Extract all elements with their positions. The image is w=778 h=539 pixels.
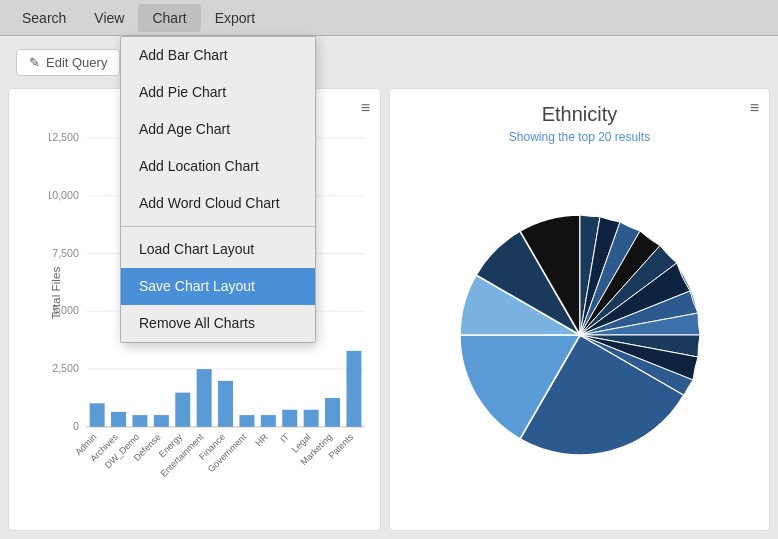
- bar-defense: [154, 415, 169, 427]
- menu-load-chart-layout[interactable]: Load Chart Layout: [121, 231, 315, 268]
- bar-dw-demo: [132, 415, 147, 427]
- bar-legal: [304, 410, 319, 427]
- svg-text:IT: IT: [278, 432, 291, 445]
- menu-add-age-chart[interactable]: Add Age Chart: [121, 111, 315, 148]
- svg-text:0: 0: [73, 420, 79, 432]
- dropdown-divider: [121, 226, 315, 227]
- content-area: ✎ Edit Query ≡ 12,500 10,000 7,500 5,000…: [0, 36, 778, 539]
- bar-patents: [346, 351, 361, 427]
- menu-export[interactable]: Export: [201, 4, 269, 32]
- chart-dropdown-menu: Add Bar Chart Add Pie Chart Add Age Char…: [120, 36, 316, 343]
- bar-it: [282, 410, 297, 427]
- pie-chart-panel: ≡ Ethnicity Showing the top 20 results: [389, 88, 770, 531]
- svg-text:Total Files: Total Files: [49, 267, 62, 320]
- bar-marketing: [325, 398, 340, 427]
- bar-chart-menu-icon[interactable]: ≡: [361, 99, 370, 117]
- menu-chart[interactable]: Chart: [138, 4, 200, 32]
- svg-text:2,500: 2,500: [52, 362, 79, 374]
- menu-add-location-chart[interactable]: Add Location Chart: [121, 148, 315, 185]
- edit-icon: ✎: [29, 55, 40, 70]
- pie-chart-subtitle: Showing the top 20 results: [509, 130, 650, 144]
- svg-text:10,000: 10,000: [49, 189, 79, 201]
- svg-text:12,500: 12,500: [49, 131, 79, 143]
- bar-energy: [175, 393, 190, 427]
- pie-chart-title: Ethnicity: [542, 103, 618, 126]
- svg-text:7,500: 7,500: [52, 247, 79, 259]
- bar-admin: [90, 403, 105, 427]
- menu-add-pie-chart[interactable]: Add Pie Chart: [121, 74, 315, 111]
- pie-chart-svg: [440, 195, 720, 475]
- bar-finance: [218, 381, 233, 427]
- menu-add-word-cloud[interactable]: Add Word Cloud Chart: [121, 185, 315, 222]
- menu-remove-all-charts[interactable]: Remove All Charts: [121, 305, 315, 342]
- menu-search[interactable]: Search: [8, 4, 80, 32]
- bar-entertainment: [197, 369, 212, 427]
- svg-text:HR: HR: [253, 432, 270, 449]
- pie-svg-wrapper: [440, 154, 720, 516]
- menubar: Search View Chart Export: [0, 0, 778, 36]
- menu-save-chart-layout[interactable]: Save Chart Layout: [121, 268, 315, 305]
- menu-add-bar-chart[interactable]: Add Bar Chart: [121, 37, 315, 74]
- bar-government: [239, 415, 254, 427]
- pie-chart-menu-icon[interactable]: ≡: [750, 99, 759, 117]
- bar-archives: [111, 412, 126, 427]
- edit-query-label: Edit Query: [46, 55, 107, 70]
- bar-hr: [261, 415, 276, 427]
- edit-query-button[interactable]: ✎ Edit Query: [16, 49, 120, 76]
- menu-view[interactable]: View: [80, 4, 138, 32]
